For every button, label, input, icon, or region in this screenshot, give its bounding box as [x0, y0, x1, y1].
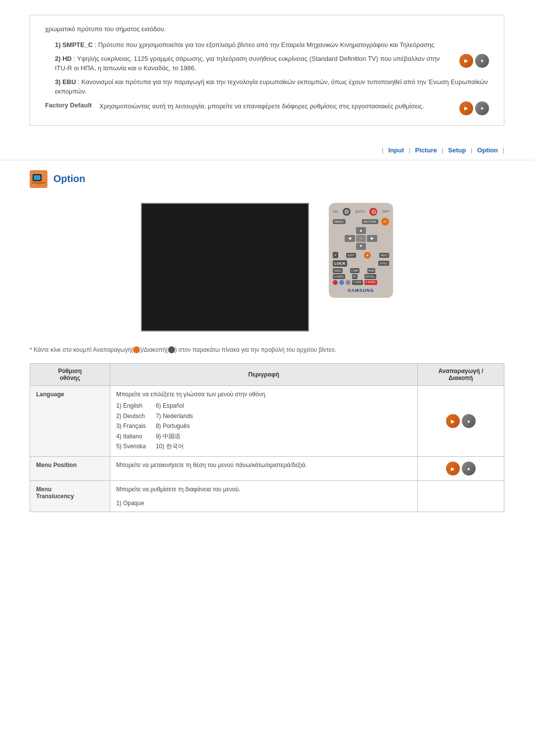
- nav-separator: |: [442, 146, 443, 154]
- play-button-factory[interactable]: ▶: [459, 101, 473, 115]
- menu-position-text: Μπορείτε να μετακινήσετε τη θέση του μεν…: [116, 462, 307, 469]
- controls-menu-position[interactable]: ▶ ●: [417, 457, 504, 481]
- monitor-image: [141, 203, 309, 331]
- nav-separator: |: [382, 146, 383, 154]
- language-desc-text: Μπορείτε να επιλέξετε τη γλώσσα των μενο…: [116, 391, 267, 398]
- table-row: Language Μπορείτε να επιλέξετε τη γλώσσα…: [30, 386, 504, 457]
- svg-rect-2: [34, 175, 41, 180]
- col-header-description: Περιγραφή: [110, 364, 417, 386]
- stop-inline-icon: [168, 346, 175, 353]
- option-header: Option: [0, 160, 534, 193]
- nav-input[interactable]: Input: [388, 146, 404, 154]
- col-header-setting: Ρύθμισηοθόνης: [30, 364, 110, 386]
- item-text-2: 2) HD : Υψηλής ευκρίνειας, 1125 γραμμές …: [55, 54, 449, 73]
- stop-button-factory[interactable]: ●: [475, 101, 489, 115]
- factory-text: Χρησιμοποιώντας αυτή τη λειτουργία, μπορ…: [99, 101, 445, 111]
- remote-container: ON AUTO ⏻ OFF MENU RETURN ↩ ▲ ◀ ↔: [329, 203, 393, 298]
- col-header-controls: Αναπαραγωγή /Διακοπή: [417, 364, 504, 386]
- setting-name-menu-position: Menu Position: [30, 457, 110, 481]
- note-mid: )/Διακοπή(: [140, 346, 168, 353]
- item-label-1: 1) SMPTE_C: [55, 41, 93, 48]
- controls-language[interactable]: ▶ ●: [417, 386, 504, 457]
- remote-control: ON AUTO ⏻ OFF MENU RETURN ↩ ▲ ◀ ↔: [329, 203, 393, 298]
- play-button-language[interactable]: ▶: [446, 414, 460, 428]
- setting-desc-translucency: Μπορείτε να ρυθμίσετε τη διαφάνεια του μ…: [110, 481, 417, 512]
- item-text-1: 1) SMPTE_C : Πρότυπο που χρησιμοποιείται…: [55, 40, 489, 50]
- nav-picture[interactable]: Picture: [415, 146, 437, 154]
- nav-option[interactable]: Option: [477, 146, 498, 154]
- setting-name-language: Language: [30, 386, 110, 457]
- list-item: 1) SMPTE_C : Πρότυπο που χρησιμοποιείται…: [55, 40, 489, 50]
- play-controls-hd[interactable]: ▶ ●: [459, 54, 489, 68]
- setting-desc-menu-position: Μπορείτε να μετακινήσετε τη θέση του μεν…: [110, 457, 417, 481]
- note-end: ) στον παρακάτω πίνακα για την προβολή τ…: [175, 346, 336, 353]
- stop-button-menu-position[interactable]: ●: [462, 462, 476, 475]
- table-row: MenuTranslucency Μπορείτε να ρυθμίσετε τ…: [30, 481, 504, 512]
- translucency-option: 1) Opaque: [116, 500, 144, 507]
- translucency-text: Μπορείτε να ρυθμίσετε τη διαφάνεια του μ…: [116, 486, 240, 493]
- item-label-3: 3) EBU: [55, 78, 76, 86]
- language-col2: 6) Español7) Nederlands8) Português9) 中国…: [156, 401, 193, 451]
- samsung-label: SAMSUNG: [333, 288, 389, 293]
- nav-setup[interactable]: Setup: [448, 146, 466, 154]
- note-text: * Κάντε κλικ στο κουμπί Αναπαραγωγή()/Δι…: [0, 341, 534, 364]
- svg-rect-4: [37, 184, 41, 185]
- svg-rect-3: [32, 182, 45, 184]
- play-controls-factory[interactable]: ▶ ●: [459, 101, 489, 115]
- list-item: 2) HD : Υψηλής ευκρίνειας, 1125 γραμμές …: [55, 54, 489, 73]
- setting-desc-language: Μπορείτε να επιλέξετε τη γλώσσα των μενο…: [110, 386, 417, 457]
- note-content: * Κάντε κλικ στο κουμπί Αναπαραγωγή(: [30, 346, 133, 353]
- nav-separator: |: [471, 146, 472, 154]
- play-inline-icon: [133, 346, 140, 353]
- item-text-3: 3) EBU : Κανονισμοί και πρότυπα για την …: [55, 77, 489, 96]
- nav-separator: |: [409, 146, 410, 154]
- intro-text: χρωματικό πρότυπο του σήματος εισόδου.: [45, 25, 489, 33]
- item-desc-3: : Κανονισμοί και πρότυπα για την παραγωγ…: [55, 78, 488, 95]
- content-area: ON AUTO ⏻ OFF MENU RETURN ↩ ▲ ◀ ↔: [0, 193, 534, 341]
- stop-button-language[interactable]: ●: [462, 414, 476, 428]
- controls-translucency: [417, 481, 504, 512]
- item-label-2: 2) HD: [55, 55, 72, 62]
- settings-table: Ρύθμισηοθόνης Περιγραφή Αναπαραγωγή /Δια…: [30, 363, 504, 512]
- table-row: Menu Position Μπορείτε να μετακινήσετε τ…: [30, 457, 504, 481]
- stop-button-hd[interactable]: ●: [475, 54, 489, 68]
- nav-separator: |: [503, 146, 504, 154]
- factory-label: Factory Default: [45, 101, 94, 109]
- language-list: 1) English2) Deutsch3) Français4) Italia…: [116, 401, 411, 451]
- play-button-menu-position[interactable]: ▶: [446, 462, 460, 475]
- numbered-list: 1) SMPTE_C : Πρότυπο που χρησιμοποιείται…: [55, 40, 489, 96]
- list-item: 3) EBU : Κανονισμοί και πρότυπα για την …: [55, 77, 489, 96]
- item-desc-1: : Πρότυπο που χρησιμοποιείται για τον εξ…: [94, 41, 434, 48]
- setting-name-translucency: MenuTranslucency: [30, 481, 110, 512]
- factory-row: Factory Default Χρησιμοποιώντας αυτή τη …: [45, 101, 489, 115]
- option-title: Option: [53, 173, 85, 185]
- play-button-hd[interactable]: ▶: [459, 54, 473, 68]
- option-icon: [30, 170, 47, 188]
- item-desc-2: : Υψηλής ευκρίνειας, 1125 γραμμές σάρωση…: [55, 55, 440, 72]
- nav-bar: | Input | Picture | Setup | Option |: [0, 141, 534, 160]
- top-section: χρωματικό πρότυπο του σήματος εισόδου. 1…: [30, 15, 504, 126]
- language-col1: 1) English2) Deutsch3) Français4) Italia…: [116, 401, 146, 451]
